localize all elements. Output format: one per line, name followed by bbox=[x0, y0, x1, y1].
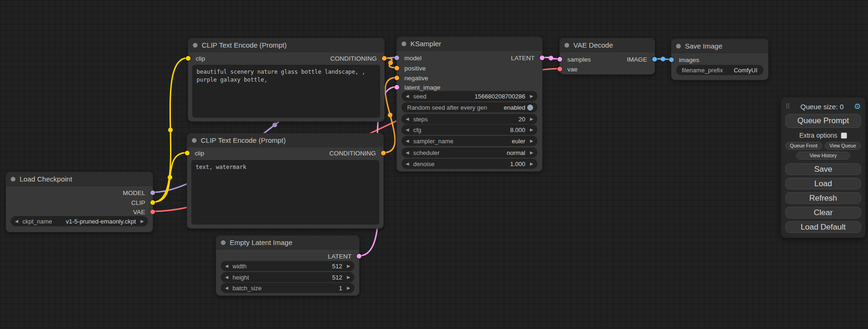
widget-seed[interactable]: ◀ seed 156680208700286 ▶ bbox=[402, 91, 537, 101]
decrement-arrow-icon[interactable]: ◀ bbox=[225, 264, 231, 268]
widget-filename-prefix[interactable]: filename_prefix ComfyUI bbox=[676, 65, 763, 75]
collapse-dot-icon[interactable] bbox=[565, 43, 569, 48]
positive-prompt-textarea[interactable]: beautiful scenery nature glass bottle la… bbox=[192, 65, 380, 118]
increment-arrow-icon[interactable]: ▶ bbox=[527, 117, 533, 121]
output-port-conditioning: CONDITIONING bbox=[330, 54, 384, 63]
increment-arrow-icon[interactable]: ▶ bbox=[527, 94, 533, 98]
decrement-arrow-icon[interactable]: ◀ bbox=[225, 286, 231, 290]
node-ksampler[interactable]: KSampler model LATENT positive negative … bbox=[396, 36, 543, 172]
collapse-dot-icon[interactable] bbox=[676, 44, 681, 49]
load-default-button[interactable]: Load Default bbox=[785, 221, 861, 233]
decrement-arrow-icon[interactable]: ◀ bbox=[406, 117, 412, 121]
queue-front-button[interactable]: Queue Front bbox=[785, 142, 822, 150]
input-dot-negative[interactable] bbox=[395, 76, 399, 80]
refresh-button[interactable]: Refresh bbox=[785, 192, 861, 204]
output-dot-vae[interactable] bbox=[150, 210, 155, 214]
increment-arrow-icon[interactable]: ▶ bbox=[527, 127, 533, 132]
widget-value: normal bbox=[507, 149, 525, 156]
increment-arrow-icon[interactable]: ▶ bbox=[344, 264, 350, 268]
node-empty-latent-image[interactable]: Empty Latent Image LATENT ◀ width 512 ▶ … bbox=[216, 235, 360, 296]
collapse-dot-icon[interactable] bbox=[221, 240, 226, 245]
widget-width[interactable]: ◀ width 512 ▶ bbox=[221, 261, 354, 271]
node-save-image[interactable]: Save Image images filename_prefix ComfyU… bbox=[671, 39, 769, 80]
node-title-bar[interactable]: KSampler bbox=[397, 37, 542, 51]
negative-prompt-textarea[interactable]: text, watermark bbox=[191, 160, 379, 224]
input-dot-model[interactable] bbox=[395, 56, 399, 60]
increment-arrow-icon[interactable]: ▶ bbox=[527, 161, 533, 166]
port-label: CONDITIONING bbox=[330, 55, 377, 62]
increment-arrow-icon[interactable]: ▶ bbox=[344, 275, 350, 280]
widget-cfg[interactable]: ◀ cfg 8.000 ▶ bbox=[402, 125, 537, 135]
increment-arrow-icon[interactable]: ▶ bbox=[344, 286, 350, 290]
toggle-knob-icon[interactable] bbox=[527, 105, 533, 111]
input-dot-vae[interactable] bbox=[557, 67, 562, 71]
port-label: vae bbox=[567, 66, 578, 73]
node-title-bar[interactable]: CLIP Text Encode (Prompt) bbox=[187, 133, 383, 147]
node-title-bar[interactable]: VAE Decode bbox=[560, 38, 655, 52]
decrement-arrow-icon[interactable]: ◀ bbox=[406, 139, 412, 143]
widget-ckpt-name[interactable]: ◀ ckpt_name v1-5-pruned-emaonly.ckpt ▶ bbox=[11, 216, 148, 226]
decrement-arrow-icon[interactable]: ◀ bbox=[406, 161, 412, 166]
node-clip-text-encode-negative[interactable]: CLIP Text Encode (Prompt) clip CONDITION… bbox=[187, 133, 384, 229]
widget-height[interactable]: ◀ height 512 ▶ bbox=[221, 272, 354, 282]
widget-batch-size[interactable]: ◀ batch_size 1 ▶ bbox=[221, 283, 354, 293]
clear-button[interactable]: Clear bbox=[785, 207, 861, 218]
output-dot-conditioning[interactable] bbox=[382, 56, 387, 61]
collapse-dot-icon[interactable] bbox=[192, 138, 197, 143]
node-title-bar[interactable]: CLIP Text Encode (Prompt) bbox=[188, 38, 384, 52]
increment-arrow-icon[interactable]: ▶ bbox=[527, 150, 533, 155]
output-dot-latent[interactable] bbox=[357, 254, 361, 259]
drag-handle-icon[interactable]: ⠿ bbox=[785, 103, 790, 110]
input-dot-latent-image[interactable] bbox=[395, 85, 399, 90]
increment-arrow-icon[interactable]: ▶ bbox=[138, 219, 144, 224]
queue-prompt-button[interactable]: Queue Prompt bbox=[785, 114, 861, 128]
port-label: model bbox=[404, 55, 422, 62]
queue-menu-panel: ⠿ Queue size: 0 ⚙ Queue Prompt Extra opt… bbox=[781, 97, 866, 238]
widget-label: sampler_name bbox=[413, 138, 453, 145]
input-dot-positive[interactable] bbox=[395, 66, 399, 70]
node-title: Empty Latent Image bbox=[230, 238, 292, 246]
node-clip-text-encode-positive[interactable]: CLIP Text Encode (Prompt) clip CONDITION… bbox=[188, 38, 385, 122]
increment-arrow-icon[interactable]: ▶ bbox=[527, 139, 533, 143]
settings-gear-icon[interactable]: ⚙ bbox=[854, 102, 861, 111]
widget-random-seed-toggle[interactable]: Random seed after every gen enabled bbox=[402, 102, 537, 112]
decrement-arrow-icon[interactable]: ◀ bbox=[406, 127, 412, 132]
widget-value: 1 bbox=[339, 285, 342, 292]
output-dot-clip[interactable] bbox=[150, 200, 155, 205]
widget-steps[interactable]: ◀ steps 20 ▶ bbox=[402, 114, 537, 124]
node-title-bar[interactable]: Save Image bbox=[671, 39, 768, 53]
widget-value: euler bbox=[512, 138, 525, 145]
collapse-dot-icon[interactable] bbox=[193, 43, 198, 48]
widget-denoise[interactable]: ◀ denoise 1.000 ▶ bbox=[402, 159, 537, 169]
widget-scheduler[interactable]: ◀ scheduler normal ▶ bbox=[402, 147, 537, 158]
decrement-arrow-icon[interactable]: ◀ bbox=[406, 150, 412, 155]
widget-label: filename_prefix bbox=[682, 67, 723, 74]
collapse-dot-icon[interactable] bbox=[11, 177, 15, 182]
extra-options-checkbox[interactable] bbox=[841, 133, 847, 139]
view-queue-button[interactable]: View Queue bbox=[825, 142, 861, 150]
decrement-arrow-icon[interactable]: ◀ bbox=[225, 275, 231, 280]
node-load-checkpoint[interactable]: Load Checkpoint MODEL CLIP VAE ◀ ckpt_na… bbox=[6, 172, 153, 232]
view-history-button[interactable]: View History bbox=[796, 152, 851, 160]
node-vae-decode[interactable]: VAE Decode samples IMAGE vae bbox=[559, 38, 655, 75]
widget-sampler-name[interactable]: ◀ sampler_name euler ▶ bbox=[402, 136, 537, 146]
output-dot-latent[interactable] bbox=[540, 56, 544, 60]
widget-label: batch_size bbox=[233, 285, 261, 292]
node-title-bar[interactable]: Empty Latent Image bbox=[216, 236, 359, 250]
collapse-dot-icon[interactable] bbox=[402, 42, 406, 46]
output-dot-conditioning[interactable] bbox=[381, 151, 386, 155]
decrement-arrow-icon[interactable]: ◀ bbox=[406, 94, 412, 98]
input-dot-images[interactable] bbox=[669, 57, 674, 62]
save-button[interactable]: Save bbox=[785, 163, 861, 175]
output-dot-model[interactable] bbox=[150, 190, 155, 195]
decrement-arrow-icon[interactable]: ◀ bbox=[15, 219, 21, 224]
widget-value: 156680208700286 bbox=[475, 93, 525, 100]
input-dot-samples[interactable] bbox=[557, 57, 562, 62]
input-dot-clip[interactable] bbox=[185, 151, 190, 155]
load-button[interactable]: Load bbox=[785, 178, 861, 189]
output-dot-image[interactable] bbox=[652, 57, 657, 62]
node-title-bar[interactable]: Load Checkpoint bbox=[6, 172, 153, 186]
input-dot-clip[interactable] bbox=[186, 56, 191, 61]
port-label: LATENT bbox=[328, 253, 352, 260]
widget-label: cfg bbox=[413, 126, 421, 133]
